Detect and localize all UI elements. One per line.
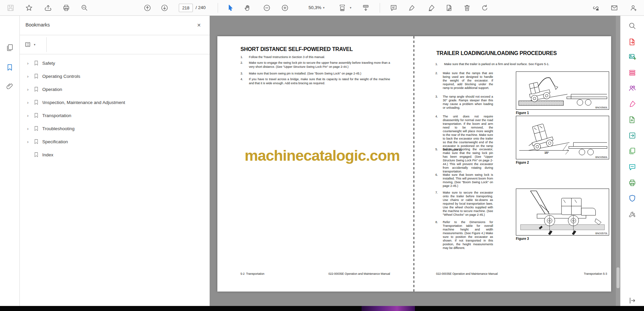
options-caret-icon: ▾	[34, 43, 36, 46]
edit-page-icon[interactable]	[444, 3, 454, 13]
list-number: 8.	[435, 220, 438, 224]
select-tool-icon[interactable]	[225, 3, 235, 13]
bookmark-icon	[33, 151, 40, 159]
chevron-right-icon[interactable]: ›	[25, 100, 30, 105]
comment-tool-icon[interactable]	[626, 161, 638, 173]
comment-icon[interactable]	[388, 3, 398, 13]
zoom-dropdown-caret[interactable]: ▾	[323, 6, 325, 9]
right-page-footer-left: 022-00035E Operation and Maintenance Man…	[436, 272, 498, 275]
bookmark-label[interactable]: Operation	[42, 87, 62, 92]
top-toolbar: / 240 50,3% ▾ ▾	[0, 0, 644, 16]
share-icon[interactable]	[43, 3, 53, 13]
list-item: If you have to travel across a bridge, m…	[249, 77, 390, 85]
hand-tool-icon[interactable]	[243, 3, 253, 13]
chevron-right-icon[interactable]: ›	[25, 139, 30, 144]
chevron-right-icon[interactable]: ›	[25, 113, 30, 118]
figure-3-caption: Figure 3	[516, 237, 529, 241]
figure-1-caption: Figure 1	[516, 111, 529, 115]
bookmark-label[interactable]: Safety	[42, 61, 55, 66]
redo-icon[interactable]	[480, 3, 490, 13]
create-pdf-icon[interactable]	[626, 51, 638, 63]
bookmark-label[interactable]: Operating Controls	[42, 74, 80, 79]
bookmark-label[interactable]: \Inspection, Maintenance and Adjustment	[42, 100, 125, 105]
organize-pages-icon[interactable]	[626, 67, 638, 79]
zoom-out-icon[interactable]	[262, 3, 272, 13]
search-tool-icon[interactable]	[626, 20, 638, 32]
more-tools-icon[interactable]	[626, 208, 638, 220]
list-item: Make sure that boom swing lock is instal…	[443, 173, 493, 188]
list-number: 4.	[435, 115, 438, 118]
delete-icon[interactable]	[462, 3, 472, 13]
chevron-right-icon[interactable]: ›	[25, 61, 30, 66]
bookmarks-list: › Safety › Operating Controls › Operatio…	[20, 57, 210, 161]
bookmark-item-safety[interactable]: › Safety	[20, 57, 210, 70]
taskbar-gradient-segment	[362, 306, 415, 311]
list-item: Make sure that the ramps that are being …	[443, 71, 493, 90]
fit-width-icon[interactable]	[337, 3, 347, 13]
open-pane-icon[interactable]	[626, 295, 638, 307]
bookmark-item-inspection[interactable]: › \Inspection, Maintenance and Adjustmen…	[20, 96, 210, 109]
document-canvas[interactable]: SHORT DISTANCE SELF-POWERED TRAVEL 1. Fo…	[210, 16, 620, 306]
email-icon[interactable]	[609, 3, 619, 13]
fit-dropdown-caret[interactable]: ▾	[350, 6, 352, 9]
combine-files-icon[interactable]	[626, 145, 638, 157]
previous-page-icon[interactable]	[142, 3, 152, 13]
bookmark-label[interactable]: Transportation	[42, 113, 71, 118]
bookmark-item-operating-controls[interactable]: › Operating Controls	[20, 70, 210, 83]
close-icon[interactable]: ✕	[195, 21, 203, 30]
left-page-heading: SHORT DISTANCE SELF-POWERED TRAVEL	[240, 46, 353, 52]
sign-icon[interactable]	[426, 3, 436, 13]
scan-print-icon[interactable]	[626, 177, 638, 189]
share-link-icon[interactable]	[591, 3, 601, 13]
right-tools-rail	[620, 16, 644, 306]
find-icon[interactable]	[79, 3, 89, 13]
save-icon[interactable]	[5, 3, 15, 13]
page-display-icon[interactable]	[361, 3, 371, 13]
page-number-input[interactable]	[179, 4, 193, 12]
left-navigation-rail	[0, 16, 20, 306]
list-number: 5.	[435, 148, 438, 151]
bookmark-item-specification[interactable]: › Specification	[20, 135, 210, 148]
page-thumbnails-icon[interactable]	[4, 42, 15, 53]
list-item: Refer to the Dimensions for Transportati…	[443, 220, 493, 250]
vertical-scrollbar[interactable]	[616, 16, 620, 306]
page-fold-dashed-line	[414, 36, 414, 292]
next-page-icon[interactable]	[159, 3, 169, 13]
chevron-right-icon[interactable]: ›	[25, 126, 30, 131]
list-number: 1.	[435, 62, 438, 66]
share-people-icon[interactable]	[626, 82, 638, 94]
bookmarks-panel-icon[interactable]	[4, 62, 15, 73]
bookmark-item-troubleshooting[interactable]: › Troubleshooting	[20, 122, 210, 135]
export-office-icon[interactable]	[626, 129, 638, 142]
fill-sign-icon[interactable]	[626, 98, 638, 110]
list-item: Make sure to engage the swing lock pin t…	[249, 61, 390, 69]
zoom-in-icon[interactable]	[280, 3, 290, 13]
add-document-icon[interactable]	[626, 114, 638, 126]
bookmark-label[interactable]: Specification	[42, 139, 68, 144]
chevron-right-icon[interactable]: ›	[25, 87, 30, 92]
bookmarks-options-row: ▾	[20, 35, 210, 54]
add-account-icon[interactable]	[628, 3, 638, 13]
attachments-icon[interactable]	[4, 81, 15, 92]
list-item: The unit does not require disassembly fo…	[443, 115, 493, 152]
star-icon[interactable]	[24, 3, 34, 13]
bookmark-options-icon[interactable]: ▾	[24, 39, 42, 50]
figure-1-code: BNO0560L	[516, 71, 609, 110]
bookmark-label[interactable]: Index	[42, 152, 53, 157]
acrobat-window: / 240 50,3% ▾ ▾	[0, 0, 644, 311]
protect-icon[interactable]	[626, 192, 638, 204]
list-number: 2.	[435, 71, 438, 75]
export-pdf-icon[interactable]	[626, 36, 638, 48]
bookmark-label[interactable]: Troubleshooting	[42, 126, 74, 131]
scrollbar-thumb[interactable]	[616, 267, 620, 288]
print-icon[interactable]	[61, 3, 71, 13]
highlight-icon[interactable]	[407, 3, 417, 13]
list-item: Follow the Travel Instructions in Sectio…	[249, 55, 390, 59]
list-number: 4.	[240, 77, 243, 81]
bookmark-item-index[interactable]: Index	[20, 148, 210, 161]
bookmark-item-transportation[interactable]: › Transportation	[20, 109, 210, 122]
zoom-level-value[interactable]: 50,3%	[303, 5, 321, 10]
chevron-right-icon[interactable]: ›	[25, 74, 30, 79]
bookmark-icon	[33, 138, 40, 146]
bookmark-item-operation[interactable]: › Operation	[20, 83, 210, 96]
